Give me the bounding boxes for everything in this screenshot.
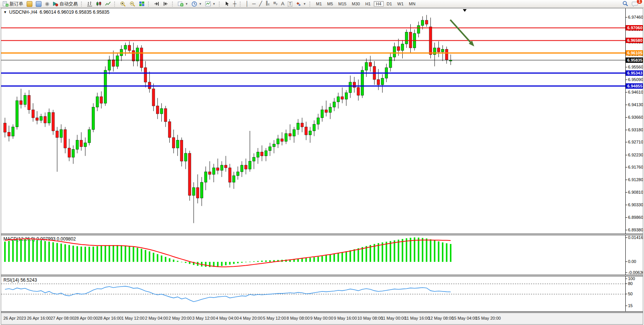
search-button[interactable] [621,0,630,7]
time-axis-label: 28 Apr 00:00 [74,316,98,320]
timeframe-button-M30[interactable]: M30 [349,1,362,6]
auto-scroll-icon [154,1,159,6]
strategy-tester-button[interactable] [34,0,43,7]
axis-tick-label: 6.94130 [628,102,643,107]
trendline-tool-button[interactable]: ╱ [258,0,264,7]
timeframe-button-H1[interactable]: H1 [363,1,373,6]
timeframe-button-M5[interactable]: M5 [325,1,335,6]
arrows-tool-button[interactable]: ▼ [294,0,308,7]
axis-tick-label: -0.006363 [628,270,643,275]
zoom-out-icon [129,1,135,7]
arrows-icon [296,1,301,6]
text-tool-button[interactable]: A [280,0,286,7]
ohlc-bars-icon [87,1,92,6]
axis-tick-label: 6.95560 [628,65,643,69]
time-axis-label: 10 May 08:00 [357,316,383,320]
rsi-panel[interactable]: RSI(14) 56.5243 [1,276,626,311]
axis-tick-label: 0.00 [628,259,636,264]
timeframe-button-M15[interactable]: M15 [336,1,349,6]
time-axis-label: 11 May 16:00 [405,316,430,320]
equidistant-channel-icon: ∥E [266,0,270,8]
chart-shift-button[interactable] [161,0,170,7]
indicators-caret-icon: ▼ [185,2,188,6]
timeframe-button-M1[interactable]: M1 [314,1,324,6]
candlestick-type-button[interactable] [94,0,103,7]
axis-tick-label: 6.91280 [628,177,643,182]
time-axis-label: 4 May 20:00 [239,316,263,320]
horizontal-line-tool-button[interactable]: ─ [250,0,257,7]
axis-tick-label: 6.92230 [628,153,643,157]
axis-tick-label: 6.93660 [628,115,643,119]
timeframe-group: M1M5M15M30H1H4D1W1MN [314,1,418,6]
new-order-button[interactable]: 新订单 [1,0,25,7]
auto-scroll-button[interactable] [152,0,161,7]
main-chart-panel[interactable]: ▼ USDCNH-,H4 6.96014 6.96019 6.95835 6.9… [1,8,626,234]
axis-tick-label: 6.95090 [628,77,643,82]
templates-caret-icon: ▼ [212,2,215,6]
main-toolbar: 新订单 ◉ 自动交易 [0,0,644,8]
price-axis[interactable]: 6.974606.969906.965106.960406.955606.950… [626,8,643,234]
toolbar-separator [148,2,150,6]
timeframe-button-D1[interactable]: D1 [384,1,394,6]
tile-windows-button[interactable] [137,0,146,7]
cursor-icon [225,1,230,6]
chat-button[interactable]: 1 [630,0,640,7]
zoom-in-button[interactable] [118,0,128,7]
crosshair-tool-button[interactable]: ┼ [231,0,238,7]
macd-axis[interactable]: 0.0141670.00-0.006363 [626,235,643,275]
cursor-tool-button[interactable] [223,0,231,7]
clock-icon [191,1,197,7]
templates-icon [205,1,211,6]
equidistant-channel-tool-button[interactable]: ∥E [264,0,271,7]
chart-window: ▼ USDCNH-,H4 6.96014 6.96019 6.95835 6.9… [1,8,643,325]
gold-cube-icon [27,1,32,7]
axis-tick-label: 6.89860 [628,215,643,220]
new-order-label: 新订单 [10,1,23,7]
time-axis[interactable]: 26 Apr 202326 Apr 16:0027 Apr 08:0028 Ap… [1,313,643,324]
autotrading-label: 自动交易 [59,1,78,7]
periods-caret-icon: ▼ [199,2,202,6]
timeframe-button-W1[interactable]: W1 [395,1,406,6]
templates-button[interactable]: ▼ [204,0,217,7]
time-axis-label: 26 Apr 16:00 [27,316,51,320]
timeframe-button-H4[interactable]: H4 [374,1,384,6]
bar-chart-type-button[interactable] [85,0,94,7]
timeframe-button-MN[interactable]: MN [406,1,418,6]
time-axis-label: 8 May 08:00 [287,316,310,320]
toolbar-separator [81,2,83,6]
toolbar-separator [240,2,242,6]
axis-tick-label: 6.92710 [628,140,643,144]
vertical-line-tool-button[interactable]: │ [244,0,250,7]
macd-panel[interactable]: MACD(12,26,9) 0.007993 0.009802 [1,235,626,275]
fibonacci-tool-button[interactable]: ≡F [272,0,279,7]
time-axis-label: 5 May 12:00 [263,316,286,320]
market-depth-button[interactable] [25,0,34,7]
indicators-button[interactable]: ▼ [176,0,190,7]
price-tag: 6.95835 [626,57,643,63]
line-chart-type-button[interactable] [104,0,112,7]
signals-button[interactable]: ◉ [43,0,51,7]
toolbar-separator [309,2,312,6]
indicators-add-icon [178,1,183,6]
time-axis-label: 12 May 08:00 [428,316,454,320]
zoom-out-button[interactable] [128,0,137,7]
time-axis-label: 3 May 12:00 [192,316,215,320]
price-tag: 6.96105 [626,50,643,56]
trendline-icon: ╱ [259,1,262,7]
rsi-chart[interactable] [1,276,625,311]
axis-tick-label: 6.97460 [628,15,643,19]
axis-tick-label: 6.91760 [628,165,643,169]
text-label-tool-button[interactable]: T [286,0,294,7]
axis-tick-label: 50 [628,292,633,296]
time-axis-label: 9 May 00:00 [310,316,333,320]
macd-chart[interactable] [1,235,625,275]
autotrading-button[interactable]: 自动交易 [51,0,79,7]
axis-tick-label: 6.90810 [628,190,643,194]
candlestick-chart[interactable] [1,8,625,234]
new-order-icon [3,1,8,7]
time-axis-label: 15 May 20:00 [475,316,501,320]
arrows-caret-icon: ▼ [303,2,306,6]
periods-button[interactable]: ▼ [190,0,203,7]
rsi-axis[interactable]: 100805015 [626,276,643,311]
time-axis-label: 28 Apr 16:00 [98,316,121,320]
